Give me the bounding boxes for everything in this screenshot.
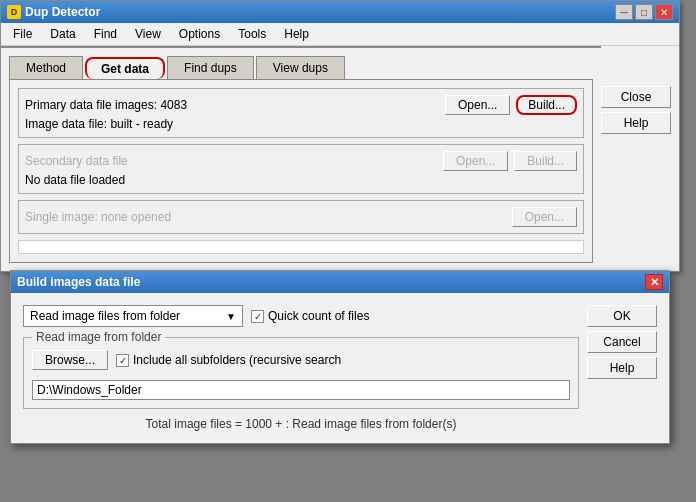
primary-label: Primary data file images: 4083 [25, 98, 187, 112]
close-button[interactable]: Close [601, 86, 671, 108]
dropdown-arrow-icon: ▼ [226, 311, 236, 322]
tab-view-dups[interactable]: View dups [256, 56, 345, 79]
secondary-build-button[interactable]: Build... [514, 151, 577, 171]
subfolders-label: Include all subfolders (recursive search [133, 353, 341, 367]
dropdown-value: Read image files from folder [30, 309, 180, 323]
quick-count-checkbox[interactable] [251, 310, 264, 323]
ok-button[interactable]: OK [587, 305, 657, 327]
tab-method[interactable]: Method [9, 56, 83, 79]
primary-status: Image data file: built - ready [25, 117, 577, 131]
menu-options[interactable]: Options [171, 25, 228, 43]
dialog-body: Read image files from folder ▼ Quick cou… [11, 293, 669, 443]
maximize-button[interactable]: □ [635, 4, 653, 20]
status-text: Total image files = 1000 + : Read image … [23, 417, 579, 431]
tab-get-data[interactable]: Get data [85, 57, 165, 79]
dropdown-row: Read image files from folder ▼ Quick cou… [23, 305, 579, 327]
minimize-button[interactable]: ─ [615, 4, 633, 20]
main-title-bar: D Dup Detector ─ □ ✕ [1, 1, 679, 23]
group-box-label: Read image from folder [32, 330, 165, 344]
title-buttons: ─ □ ✕ [615, 4, 673, 20]
tab-content: Primary data file images: 4083 Open... B… [9, 79, 593, 263]
main-close-title-button[interactable]: ✕ [655, 4, 673, 20]
primary-build-button[interactable]: Build... [516, 95, 577, 115]
menu-find[interactable]: Find [86, 25, 125, 43]
single-image-section: Single image: none opened Open... [18, 200, 584, 234]
secondary-open-button[interactable]: Open... [443, 151, 508, 171]
browse-row: Browse... Include all subfolders (recurs… [32, 350, 570, 370]
dialog-window: Build images data file ✕ Read image file… [10, 270, 670, 444]
menu-file[interactable]: File [5, 25, 40, 43]
group-box: Read image from folder Browse... Include… [23, 337, 579, 409]
main-window: D Dup Detector ─ □ ✕ File Data Find View… [0, 0, 680, 272]
main-layout: Method Get data Find dups View dups Prim… [1, 46, 679, 271]
secondary-buttons: Open... Build... [443, 151, 577, 171]
title-left: D Dup Detector [7, 5, 100, 19]
browse-button[interactable]: Browse... [32, 350, 108, 370]
menu-help[interactable]: Help [276, 25, 317, 43]
tabs-container: Method Get data Find dups View dups [9, 56, 593, 79]
method-dropdown[interactable]: Read image files from folder ▼ [23, 305, 243, 327]
menu-data[interactable]: Data [42, 25, 83, 43]
dialog-title: Build images data file [17, 275, 140, 289]
dialog-close-title-button[interactable]: ✕ [645, 274, 663, 290]
secondary-data-section: Secondary data file Open... Build... No … [18, 144, 584, 194]
menu-bar: File Data Find View Options Tools Help [1, 23, 679, 46]
right-panel: Close Help [601, 46, 679, 271]
path-input[interactable] [32, 380, 570, 400]
quick-count-label: Quick count of files [268, 309, 369, 323]
menu-tools[interactable]: Tools [230, 25, 274, 43]
primary-open-button[interactable]: Open... [445, 95, 510, 115]
dialog-help-button[interactable]: Help [587, 357, 657, 379]
app-icon: D [7, 5, 21, 19]
primary-data-section: Primary data file images: 4083 Open... B… [18, 88, 584, 138]
cancel-button[interactable]: Cancel [587, 331, 657, 353]
dialog-title-bar: Build images data file ✕ [11, 271, 669, 293]
dialog-left: Read image files from folder ▼ Quick cou… [23, 305, 579, 431]
primary-buttons: Open... Build... [445, 95, 577, 115]
dialog-right-buttons: OK Cancel Help [587, 305, 657, 431]
help-button[interactable]: Help [601, 112, 671, 134]
subfolders-checkbox[interactable] [116, 354, 129, 367]
subfolders-row: Include all subfolders (recursive search [116, 353, 341, 367]
menu-view[interactable]: View [127, 25, 169, 43]
secondary-status: No data file loaded [25, 173, 577, 187]
progress-bar [18, 240, 584, 254]
tab-find-dups[interactable]: Find dups [167, 56, 254, 79]
main-title: Dup Detector [25, 5, 100, 19]
quick-count-row: Quick count of files [251, 309, 369, 323]
content-panel: Method Get data Find dups View dups Prim… [1, 46, 601, 271]
single-image-label: Single image: none opened [25, 210, 171, 224]
secondary-label: Secondary data file [25, 154, 128, 168]
single-image-open-button[interactable]: Open... [512, 207, 577, 227]
